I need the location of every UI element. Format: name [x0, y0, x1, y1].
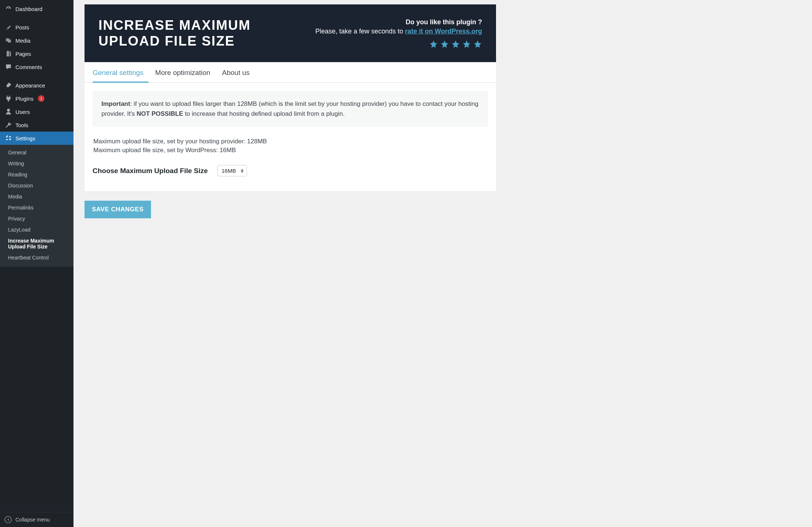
sliders-icon — [4, 135, 12, 142]
rate-link[interactable]: rate it on WordPress.org — [405, 28, 482, 35]
max-upload-label: Choose Maximum Upload File Size — [93, 166, 218, 176]
tab-about-us[interactable]: About us — [222, 62, 255, 82]
tab-more-optimization[interactable]: More optimization — [155, 62, 215, 82]
submenu-item-privacy[interactable]: Privacy — [0, 213, 73, 224]
main-content: INCREASE MAXIMUM UPLOAD FILE SIZE Do you… — [73, 0, 514, 527]
sidebar-item-tools[interactable]: Tools — [0, 118, 73, 132]
max-upload-select[interactable]: 16MB — [218, 165, 247, 176]
rate-prefix: Please, take a few seconds to — [315, 28, 405, 35]
submenu-item-permalinks[interactable]: Permalinks — [0, 202, 73, 213]
sidebar-item-label: Posts — [15, 24, 29, 31]
star-icon — [462, 40, 471, 49]
submenu-item-lazyload[interactable]: LazyLoad — [0, 224, 73, 235]
sidebar-item-label: Comments — [15, 64, 42, 70]
sidebar-item-appearance[interactable]: Appearance — [0, 79, 73, 92]
sidebar-item-label: Pages — [15, 51, 31, 57]
plugin-title: INCREASE MAXIMUM UPLOAD FILE SIZE — [98, 18, 282, 49]
save-changes-button[interactable]: SAVE CHANGES — [85, 201, 151, 218]
tab-general-settings[interactable]: General settings — [93, 62, 148, 83]
update-badge: 1 — [38, 95, 44, 102]
submenu-item-increase-maximum-upload-file-size[interactable]: Increase Maximum Upload File Size — [0, 235, 73, 252]
wrench-icon — [4, 121, 12, 129]
plugin-banner: INCREASE MAXIMUM UPLOAD FILE SIZE Do you… — [85, 4, 496, 62]
sidebar-item-settings[interactable]: Settings — [0, 132, 73, 145]
max-upload-field: Choose Maximum Upload File Size 16MB — [93, 165, 488, 176]
dashboard-icon — [4, 5, 12, 12]
submenu-item-writing[interactable]: Writing — [0, 158, 73, 169]
rating-stars[interactable] — [315, 40, 482, 49]
sidebar-item-label: Media — [15, 37, 30, 44]
pages-icon — [4, 50, 12, 57]
rate-line: Please, take a few seconds to rate it on… — [315, 28, 482, 35]
sidebar-item-comments[interactable]: Comments — [0, 60, 73, 74]
pin-icon — [4, 24, 12, 31]
collapse-icon — [4, 516, 12, 523]
submenu-item-heartbeat-control[interactable]: Heartbeat Control — [0, 252, 73, 263]
chevron-updown-icon — [241, 169, 244, 173]
star-icon — [440, 40, 449, 49]
comment-icon — [4, 63, 12, 71]
brush-icon — [4, 82, 12, 89]
sidebar-item-dashboard[interactable]: Dashboard — [0, 2, 73, 15]
media-icon — [4, 37, 12, 44]
star-icon — [473, 40, 482, 49]
admin-sidebar: DashboardPostsMediaPagesCommentsAppearan… — [0, 0, 73, 527]
not-possible-label: NOT POSSIBLE — [137, 110, 183, 117]
user-icon — [4, 108, 12, 115]
sidebar-item-label: Settings — [15, 135, 35, 141]
rate-question: Do you like this plugin ? — [315, 18, 482, 26]
sidebar-item-label: Tools — [15, 122, 28, 128]
collapse-menu-button[interactable]: Collapse menu — [0, 512, 73, 527]
sidebar-item-media[interactable]: Media — [0, 34, 73, 47]
submenu-item-discussion[interactable]: Discussion — [0, 180, 73, 191]
rate-plugin-box: Do you like this plugin ? Please, take a… — [315, 18, 482, 49]
max-upload-value: 16MB — [222, 168, 236, 174]
host-limit-line: Maximum upload file size, set by your ho… — [93, 138, 488, 145]
sidebar-item-label: Plugins — [15, 96, 33, 102]
submenu-item-general[interactable]: General — [0, 147, 73, 158]
sidebar-item-label: Dashboard — [15, 6, 42, 12]
submenu-item-media[interactable]: Media — [0, 191, 73, 202]
important-notice: Important: if you want to upload files l… — [93, 91, 488, 127]
important-label: Important — [101, 100, 130, 107]
sidebar-item-label: Users — [15, 109, 30, 115]
star-icon — [451, 40, 460, 49]
star-icon — [429, 40, 438, 49]
sidebar-item-pages[interactable]: Pages — [0, 47, 73, 60]
sidebar-item-users[interactable]: Users — [0, 105, 73, 118]
sidebar-item-posts[interactable]: Posts — [0, 21, 73, 34]
sidebar-item-plugins[interactable]: Plugins1 — [0, 92, 73, 105]
settings-panel: General settings More optimization About… — [85, 62, 496, 191]
sidebar-item-label: Appearance — [15, 82, 45, 89]
collapse-label: Collapse menu — [15, 517, 50, 523]
submenu-item-reading[interactable]: Reading — [0, 169, 73, 180]
wp-limit-line: Maximum upload file size, set by WordPre… — [93, 147, 488, 154]
plug-icon — [4, 95, 12, 102]
notice-text-2: to increase that hosting defined upload … — [183, 110, 344, 117]
tab-bar: General settings More optimization About… — [85, 62, 496, 83]
